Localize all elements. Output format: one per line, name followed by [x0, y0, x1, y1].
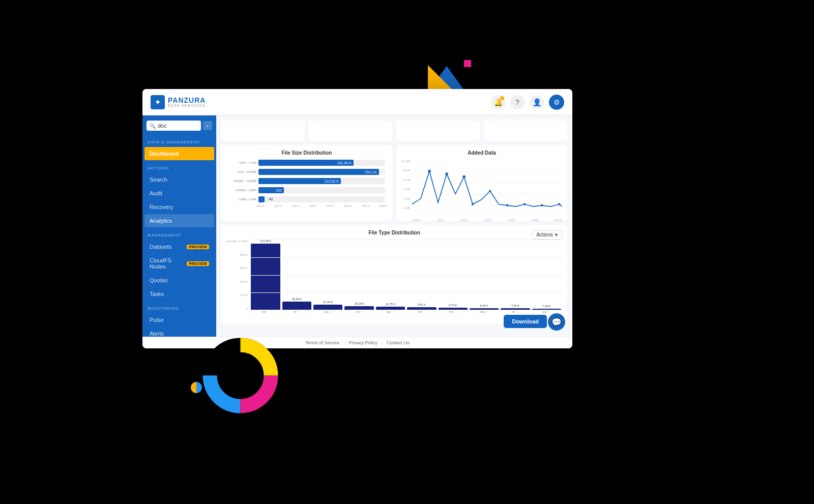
- section-label-monitoring: MONITORING: [142, 301, 216, 313]
- app-header: ✦ PANZURA DATA SERVICES 🔔 ? 👤 ⚙: [142, 89, 572, 115]
- svg-point-13: [462, 175, 466, 179]
- bar-row-5: 10MB < 1MB 40: [228, 196, 385, 202]
- profile-button[interactable]: 👤: [530, 95, 544, 109]
- notification-button[interactable]: 🔔: [491, 95, 505, 109]
- file-type-chart-area: Number of Files 800 K 600 K 400 K 200 K …: [226, 240, 562, 318]
- section-label-data: DATA & MANAGEMENT: [142, 135, 216, 146]
- download-button[interactable]: Download: [504, 315, 547, 328]
- sidebar-item-dashboard[interactable]: Dashboard: [144, 147, 214, 160]
- logo-text-wrap: PANZURA DATA SERVICES: [168, 97, 206, 107]
- file-type-bars-area: 712.35 K 35.69 K 21.54 K: [250, 240, 562, 318]
- header-icons: 🔔 ? 👤 ⚙: [491, 95, 564, 110]
- sidebar-item-datasets[interactable]: Datasets PREVIEW: [144, 240, 214, 253]
- chat-bubble-button[interactable]: 💬: [548, 313, 565, 331]
- added-data-x-axis: 12/1/21 1/1/22 2/1/22 3/1/22 4/1/22 5/1/…: [412, 219, 562, 222]
- privacy-link[interactable]: Privacy Policy: [349, 340, 377, 345]
- sidebar-item-alerts[interactable]: Alerts: [144, 327, 214, 337]
- brand-subtitle: DATA SERVICES: [168, 104, 206, 107]
- file-type-chart-card: File Type Distribution Actions ▾ Number …: [221, 225, 567, 323]
- added-data-chart-card: Added Data 10 GB 8 GB 6 GB 4 GB 2 GB 0 G…: [396, 145, 567, 221]
- sidebar-item-pulse[interactable]: Pulse: [144, 313, 214, 327]
- stat-cards-row: [221, 121, 567, 141]
- stat-card-4: [484, 121, 567, 141]
- bar-row-3: 500MB < 100MB 213.92 K: [228, 178, 385, 184]
- section-label-management: MANAGEMENT: [142, 228, 216, 240]
- sidebar-item-quotas[interactable]: Quotas: [144, 274, 214, 287]
- sidebar-item-search[interactable]: Search: [144, 173, 214, 186]
- added-data-y-axis: 10 GB 8 GB 6 GB 4 GB 2 GB 0 GB: [401, 160, 410, 216]
- deco-circle-small: [191, 382, 202, 393]
- section-label-actions: ACTIONS: [142, 161, 216, 172]
- bar-row-4: 100MB < 10MB 293: [228, 187, 385, 193]
- notification-badge: [500, 96, 504, 100]
- sidebar-item-audit[interactable]: Audit: [144, 187, 214, 200]
- terms-link[interactable]: Terms of Service: [305, 340, 339, 345]
- app-window: ✦ PANZURA DATA SERVICES 🔔 ? 👤 ⚙ 🔍: [142, 89, 572, 348]
- file-size-x-axis: 100 K 200 K 300 K 400 K 500 K 600 K 700 …: [226, 204, 387, 207]
- help-button[interactable]: ?: [510, 95, 525, 109]
- bar-row-2: 1GB < 500MB 704.1 K: [228, 169, 385, 175]
- sidebar-item-recovery[interactable]: Recovery: [144, 200, 214, 214]
- svg-point-18: [541, 204, 543, 206]
- file-type-y-axis: Number of Files 800 K 600 K 400 K 200 K …: [226, 240, 248, 318]
- sidebar: 🔍 ‹ DATA & MANAGEMENT Dashboard ACTIONS …: [142, 115, 216, 337]
- stat-card-3: [396, 121, 480, 141]
- svg-point-16: [506, 204, 509, 206]
- file-size-chart-title: File Size Distribution: [226, 150, 387, 156]
- search-area: 🔍 ‹: [142, 115, 216, 135]
- added-data-svg: [412, 160, 562, 216]
- search-icon: 🔍: [150, 123, 156, 129]
- deco-donut: [201, 336, 280, 415]
- sidebar-item-cloudfs[interactable]: CloudFS Nodes PREVIEW: [144, 254, 214, 273]
- search-box: 🔍: [147, 121, 201, 131]
- svg-point-15: [489, 190, 491, 192]
- file-size-chart-card: File Size Distribution 4GB+ > 1GB 101.54…: [221, 145, 392, 221]
- added-data-line-area: 12/1/21 1/1/22 2/1/22 3/1/22 4/1/22 5/1/…: [412, 160, 562, 216]
- svg-point-4: [218, 353, 263, 398]
- stat-card-1: [221, 121, 305, 141]
- sidebar-item-tasks[interactable]: Tasks: [144, 287, 214, 301]
- file-type-grid: [250, 240, 562, 310]
- svg-point-19: [558, 203, 561, 205]
- app-body: 🔍 ‹ DATA & MANAGEMENT Dashboard ACTIONS …: [142, 115, 572, 337]
- settings-button[interactable]: ⚙: [549, 95, 564, 110]
- sidebar-toggle[interactable]: ‹: [203, 121, 212, 130]
- logo-icon: ✦: [151, 95, 165, 109]
- stat-card-2: [309, 121, 392, 141]
- sidebar-item-analytics[interactable]: Analytics: [144, 214, 214, 227]
- contact-link[interactable]: Contact Us: [387, 340, 410, 345]
- search-input[interactable]: [158, 123, 198, 129]
- svg-point-11: [428, 170, 431, 173]
- file-size-bar-chart: 4GB+ > 1GB 101.54 K 1GB < 500MB: [226, 160, 387, 202]
- datasets-preview-badge: PREVIEW: [187, 245, 209, 249]
- main-content: File Size Distribution 4GB+ > 1GB 101.54…: [216, 115, 572, 337]
- cloudfs-preview-badge: PREVIEW: [187, 261, 209, 266]
- brand-name: PANZURA: [168, 97, 206, 104]
- svg-point-17: [524, 203, 526, 205]
- actions-button[interactable]: Actions ▾: [532, 230, 562, 240]
- deco-square-pink: [464, 60, 471, 67]
- bar-row-1: 4GB+ > 1GB 101.54 K: [228, 160, 385, 166]
- added-data-chart-title: Added Data: [401, 150, 562, 156]
- charts-row-top: File Size Distribution 4GB+ > 1GB 101.54…: [221, 145, 567, 221]
- header-logo: ✦ PANZURA DATA SERVICES: [151, 95, 206, 109]
- svg-point-12: [445, 172, 448, 175]
- file-type-chart-title: File Type Distribution: [226, 230, 562, 235]
- svg-point-14: [472, 203, 474, 205]
